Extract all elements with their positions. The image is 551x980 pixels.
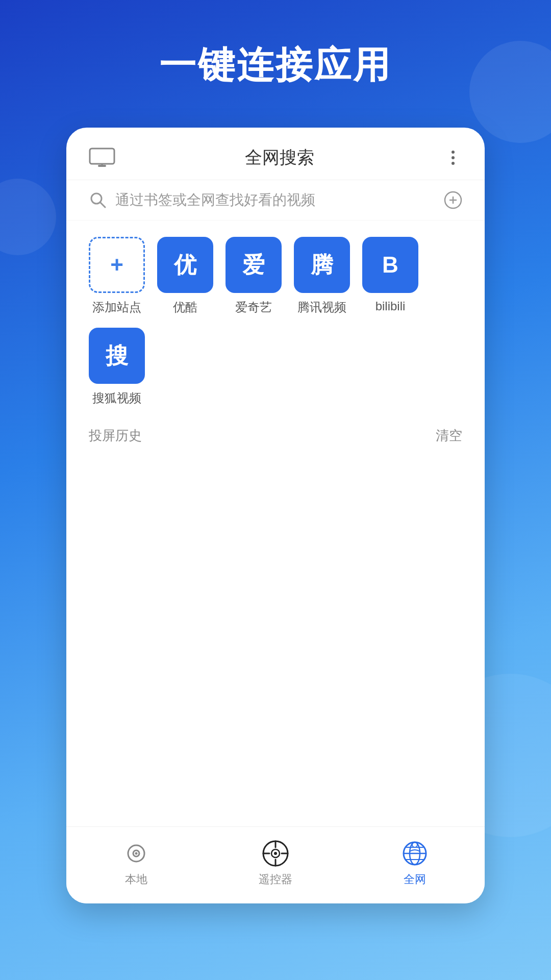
add-site-label: 添加站点 [92,299,141,315]
empty-history-area [66,453,485,826]
svg-line-4 [100,202,105,207]
history-section: 投屏历史 清空 [66,419,485,453]
phone-card: 全网搜索 通过书签或全网查找好看的视频 + 添加站点 优 优 [66,128,485,903]
more-dot-2 [452,156,455,159]
more-dot-1 [452,151,455,154]
svg-rect-1 [98,165,106,167]
sohu-label: 搜狐视频 [92,390,141,406]
hero-title: 一键连接应用 [0,41,551,90]
site-item-iqiyi[interactable]: 爱 爱奇艺 [226,237,282,315]
svg-point-10 [135,852,137,855]
svg-point-13 [274,852,277,855]
bg-decoration-3 [0,179,56,255]
nav-item-local[interactable]: 本地 [106,839,167,887]
more-button[interactable] [444,149,462,167]
history-clear-button[interactable]: 清空 [436,427,462,445]
iqiyi-icon: 爱 [226,237,282,293]
nav-item-web[interactable]: 全网 [384,839,445,887]
header-left [89,148,115,168]
sites-section: + 添加站点 优 优酷 爱 爱奇艺 腾 腾讯视频 B bilibili 搜 [66,220,485,419]
card-header: 全网搜索 [66,128,485,180]
edit-icon [444,191,462,209]
site-item-add[interactable]: + 添加站点 [89,237,145,315]
site-item-bilibili[interactable]: B bilibili [362,237,418,315]
tencent-label: 腾讯视频 [297,299,346,315]
search-icon [89,191,107,209]
local-icon [122,839,151,868]
history-title: 投屏历史 [89,427,142,445]
sohu-icon: 搜 [89,328,145,384]
svg-rect-0 [90,149,114,164]
nav-item-remote[interactable]: 遥控器 [245,839,306,887]
nav-label-local: 本地 [125,872,147,887]
tv-icon [89,148,115,168]
tencent-icon: 腾 [294,237,350,293]
bottom-nav: 本地 遥控器 [66,826,485,903]
site-item-tencent[interactable]: 腾 腾讯视频 [294,237,350,315]
iqiyi-label: 爱奇艺 [235,299,272,315]
sites-grid: + 添加站点 优 优酷 爱 爱奇艺 腾 腾讯视频 B bilibili 搜 [89,237,462,406]
nav-label-remote: 遥控器 [259,872,292,887]
site-item-sohu[interactable]: 搜 搜狐视频 [89,328,145,406]
site-item-youku[interactable]: 优 优酷 [157,237,213,315]
youku-icon: 优 [157,237,213,293]
card-title: 全网搜索 [115,146,444,169]
bilibili-icon: B [362,237,418,293]
add-site-icon: + [89,237,145,293]
search-placeholder-text: 通过书签或全网查找好看的视频 [115,190,436,210]
youku-label: 优酷 [173,299,197,315]
remote-icon [261,839,290,868]
bilibili-label: bilibili [375,299,406,313]
search-bar[interactable]: 通过书签或全网查找好看的视频 [66,180,485,220]
web-icon [400,839,429,868]
more-dot-3 [452,162,455,165]
nav-label-web: 全网 [404,872,426,887]
